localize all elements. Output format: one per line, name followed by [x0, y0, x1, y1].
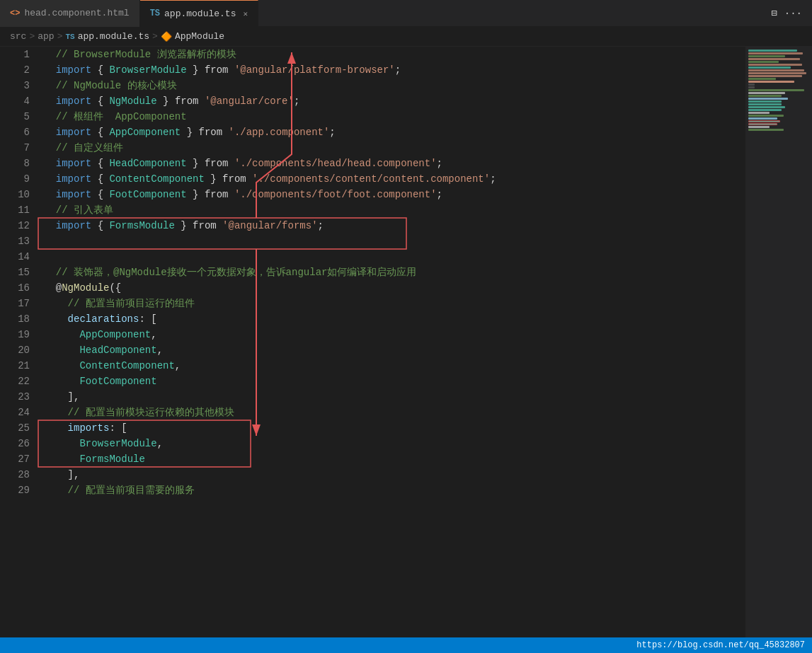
code-line-14: [44, 249, 745, 265]
html-file-icon: <>: [10, 8, 20, 18]
code-line-6: import { AppComponent } from './app.comp…: [44, 125, 745, 140]
breadcrumb: src > app > TS app.module.ts > 🔶 AppModu…: [0, 27, 812, 47]
line-number-1: 1: [0, 47, 30, 62]
line-number-7: 7: [0, 140, 30, 156]
line-number-26: 26: [0, 436, 30, 451]
code-line-3: // NgModule 的核心模块: [44, 78, 745, 93]
line-number-22: 22: [0, 374, 30, 389]
line-number-27: 27: [0, 451, 30, 467]
code-line-21: ContentComponent,: [44, 358, 745, 374]
code-line-4: import { NgModule } from '@angular/core'…: [44, 93, 745, 109]
close-tab-icon[interactable]: ✕: [243, 9, 248, 18]
tab-head-label: head.component.html: [24, 8, 129, 18]
code-line-20: HeadComponent,: [44, 342, 745, 358]
breadcrumb-ts-icon: TS: [65, 33, 74, 41]
code-line-22: FootComponent: [44, 374, 745, 389]
line-number-24: 24: [0, 405, 30, 420]
line-number-25: 25: [0, 420, 30, 436]
breadcrumb-sep2: >: [57, 31, 63, 42]
code-line-26: BrowserModule,: [44, 436, 745, 451]
code-line-25: imports: [: [44, 420, 745, 436]
code-line-11: // 引入表单: [44, 202, 745, 218]
code-line-8: import { HeadComponent } from './compone…: [44, 156, 745, 171]
code-line-24: // 配置当前模块运行依赖的其他模块: [44, 405, 745, 420]
tab-app-label: app.module.ts: [164, 8, 236, 19]
code-line-10: import { FootComponent } from './compone…: [44, 187, 745, 202]
breadcrumb-module[interactable]: AppModule: [175, 31, 224, 42]
split-editor-icon[interactable]: ⊟: [771, 7, 777, 19]
line-number-5: 5: [0, 109, 30, 125]
minimap: [745, 47, 812, 637]
code-line-1: // BrowserModule 浏览器解析的模块: [44, 47, 745, 62]
line-number-23: 23: [0, 389, 30, 405]
breadcrumb-ng-icon: 🔶: [161, 31, 172, 42]
line-number-16: 16: [0, 280, 30, 296]
line-number-3: 3: [0, 78, 30, 93]
code-line-16: @NgModule({: [44, 280, 745, 296]
more-actions-icon[interactable]: ···: [784, 8, 802, 19]
line-number-12: 12: [0, 218, 30, 233]
code-line-9: import { ContentComponent } from './comp…: [44, 171, 745, 187]
line-number-21: 21: [0, 358, 30, 374]
line-number-13: 13: [0, 233, 30, 249]
line-number-8: 8: [0, 156, 30, 171]
minimap-content: [745, 47, 812, 134]
line-number-20: 20: [0, 342, 30, 358]
breadcrumb-file[interactable]: app.module.ts: [78, 31, 149, 42]
line-number-28: 28: [0, 467, 30, 482]
status-bar: https://blog.csdn.net/qq_45832807: [0, 637, 812, 653]
code-line-15: // 装饰器，@NgModule接收一个元数据对象，告诉angular如何编译和…: [44, 265, 745, 280]
editor-actions: ⊟ ···: [771, 7, 812, 19]
breadcrumb-sep3: >: [152, 31, 158, 42]
line-number-19: 19: [0, 327, 30, 342]
code-line-19: AppComponent,: [44, 327, 745, 342]
line-numbers: 1234567891011121314151617181920212223242…: [0, 47, 37, 637]
code-line-13: [44, 233, 745, 249]
code-line-18: declarations: [: [44, 311, 745, 327]
ts-file-icon: TS: [150, 8, 160, 18]
line-number-9: 9: [0, 171, 30, 187]
breadcrumb-src[interactable]: src: [10, 31, 26, 42]
line-number-4: 4: [0, 93, 30, 109]
tab-head-component[interactable]: <> head.component.html: [0, 0, 140, 27]
editor: 1234567891011121314151617181920212223242…: [0, 47, 812, 637]
code-line-27: FormsModule: [44, 451, 745, 467]
status-url: https://blog.csdn.net/qq_45832807: [636, 640, 805, 650]
line-number-6: 6: [0, 125, 30, 140]
line-number-15: 15: [0, 265, 30, 280]
line-number-10: 10: [0, 187, 30, 202]
code-line-29: // 配置当前项目需要的服务: [44, 482, 745, 498]
tab-bar: <> head.component.html TS app.module.ts …: [0, 0, 812, 27]
code-line-28: ],: [44, 467, 745, 482]
breadcrumb-app[interactable]: app: [38, 31, 54, 42]
line-number-29: 29: [0, 482, 30, 498]
code-line-2: import { BrowserModule } from '@angular/…: [44, 62, 745, 78]
line-number-11: 11: [0, 202, 30, 218]
line-number-18: 18: [0, 311, 30, 327]
code-line-12: import { FormsModule } from '@angular/fo…: [44, 218, 745, 233]
line-number-2: 2: [0, 62, 30, 78]
code-line-5: // 根组件 AppComponent: [44, 109, 745, 125]
line-number-14: 14: [0, 249, 30, 265]
code-line-7: // 自定义组件: [44, 140, 745, 156]
line-number-17: 17: [0, 296, 30, 311]
breadcrumb-sep1: >: [29, 31, 35, 42]
code-area[interactable]: // BrowserModule 浏览器解析的模块 import { Brows…: [37, 47, 745, 637]
code-line-23: ],: [44, 389, 745, 405]
code-line-17: // 配置当前项目运行的组件: [44, 296, 745, 311]
tab-app-module[interactable]: TS app.module.ts ✕: [140, 0, 258, 27]
